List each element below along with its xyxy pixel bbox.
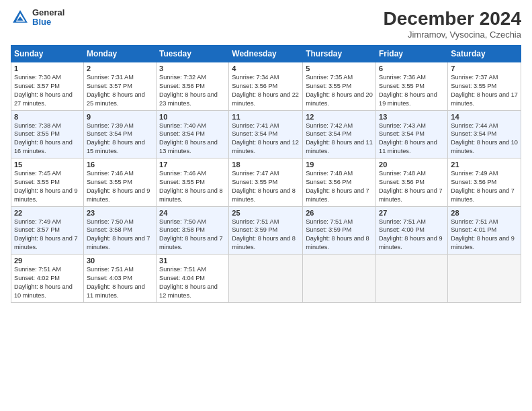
day-number: 27 [379,209,445,217]
day-number: 11 [232,113,300,121]
day-number: 22 [14,209,81,217]
day-number: 12 [306,113,373,121]
calendar-cell: 17Sunrise: 7:46 AMSunset: 3:55 PMDayligh… [157,158,229,207]
day-number: 2 [87,64,153,73]
day-info: Sunrise: 7:48 AMSunset: 3:56 PMDaylight:… [306,169,373,204]
day-number: 6 [379,64,445,73]
day-info: Sunrise: 7:51 AMSunset: 3:59 PMDaylight:… [306,218,373,253]
logo-blue: Blue [32,17,64,27]
col-tuesday: Tuesday [157,46,229,62]
day-info: Sunrise: 7:51 AMSunset: 4:03 PMDaylight:… [87,265,153,300]
day-info: Sunrise: 7:50 AMSunset: 3:58 PMDaylight:… [159,218,226,253]
day-number: 21 [451,161,518,169]
day-number: 31 [159,257,226,265]
day-info: Sunrise: 7:51 AMSunset: 4:02 PMDaylight:… [14,265,81,300]
day-info: Sunrise: 7:39 AMSunset: 3:54 PMDaylight:… [87,122,153,156]
day-info: Sunrise: 7:44 AMSunset: 3:54 PMDaylight:… [451,122,518,156]
calendar-cell: 5Sunrise: 7:35 AMSunset: 3:55 PMDaylight… [303,62,376,111]
day-number: 8 [14,113,81,121]
day-info: Sunrise: 7:32 AMSunset: 3:56 PMDaylight:… [159,73,226,108]
day-number: 7 [451,64,518,73]
calendar-cell: 31Sunrise: 7:51 AMSunset: 4:04 PMDayligh… [157,255,229,303]
calendar-cell: 4Sunrise: 7:34 AMSunset: 3:56 PMDaylight… [229,62,303,111]
calendar-cell: 18Sunrise: 7:47 AMSunset: 3:55 PMDayligh… [229,158,303,207]
calendar-cell: 26Sunrise: 7:51 AMSunset: 3:59 PMDayligh… [303,206,376,255]
calendar-cell: 6Sunrise: 7:36 AMSunset: 3:55 PMDaylight… [376,62,448,111]
day-info: Sunrise: 7:49 AMSunset: 3:57 PMDaylight:… [14,218,81,253]
day-info: Sunrise: 7:45 AMSunset: 3:55 PMDaylight:… [14,169,81,204]
col-wednesday: Wednesday [229,46,303,62]
day-number: 13 [379,113,445,121]
calendar-cell: 14Sunrise: 7:44 AMSunset: 3:54 PMDayligh… [448,110,521,158]
calendar-row: 15Sunrise: 7:45 AMSunset: 3:55 PMDayligh… [11,158,521,207]
calendar-cell [448,255,521,303]
calendar-cell: 13Sunrise: 7:43 AMSunset: 3:54 PMDayligh… [376,110,448,158]
day-number: 23 [87,209,153,217]
calendar-cell: 1Sunrise: 7:30 AMSunset: 3:57 PMDaylight… [11,62,84,111]
logo-text: General Blue [32,8,64,28]
day-number: 5 [306,64,373,73]
logo-icon [11,8,30,27]
calendar-cell: 2Sunrise: 7:31 AMSunset: 3:57 PMDaylight… [83,62,156,111]
day-info: Sunrise: 7:30 AMSunset: 3:57 PMDaylight:… [14,73,81,108]
calendar-cell [303,255,376,303]
calendar-cell: 8Sunrise: 7:38 AMSunset: 3:55 PMDaylight… [11,110,84,158]
day-number: 1 [14,64,81,73]
calendar-cell: 22Sunrise: 7:49 AMSunset: 3:57 PMDayligh… [11,206,84,255]
day-info: Sunrise: 7:51 AMSunset: 3:59 PMDaylight:… [232,218,300,253]
calendar-cell: 16Sunrise: 7:46 AMSunset: 3:55 PMDayligh… [83,158,156,207]
day-info: Sunrise: 7:38 AMSunset: 3:55 PMDaylight:… [14,122,81,156]
day-info: Sunrise: 7:46 AMSunset: 3:55 PMDaylight:… [87,169,153,204]
day-number: 3 [159,64,226,73]
calendar-cell: 11Sunrise: 7:41 AMSunset: 3:54 PMDayligh… [229,110,303,158]
day-number: 28 [451,209,518,217]
logo: General Blue [11,8,64,28]
calendar-cell: 3Sunrise: 7:32 AMSunset: 3:56 PMDaylight… [157,62,229,111]
day-info: Sunrise: 7:37 AMSunset: 3:55 PMDaylight:… [451,73,518,108]
calendar-cell [376,255,448,303]
col-monday: Monday [83,46,156,62]
title-block: December 2024 Jimramov, Vysocina, Czechi… [384,8,521,40]
calendar-row: 1Sunrise: 7:30 AMSunset: 3:57 PMDaylight… [11,62,521,111]
day-info: Sunrise: 7:42 AMSunset: 3:54 PMDaylight:… [306,122,373,156]
logo-general: General [32,8,64,17]
day-number: 26 [306,209,373,217]
day-info: Sunrise: 7:43 AMSunset: 3:54 PMDaylight:… [379,122,445,156]
header: General Blue December 2024 Jimramov, Vys… [11,8,521,40]
day-number: 29 [14,257,81,265]
calendar-cell: 23Sunrise: 7:50 AMSunset: 3:58 PMDayligh… [83,206,156,255]
day-number: 24 [159,209,226,217]
calendar-cell: 29Sunrise: 7:51 AMSunset: 4:02 PMDayligh… [11,255,84,303]
day-info: Sunrise: 7:35 AMSunset: 3:55 PMDaylight:… [306,73,373,108]
day-number: 9 [87,113,153,121]
calendar-cell: 27Sunrise: 7:51 AMSunset: 4:00 PMDayligh… [376,206,448,255]
day-number: 14 [451,113,518,121]
calendar-row: 22Sunrise: 7:49 AMSunset: 3:57 PMDayligh… [11,206,521,255]
day-number: 4 [232,64,300,73]
calendar-cell: 19Sunrise: 7:48 AMSunset: 3:56 PMDayligh… [303,158,376,207]
day-info: Sunrise: 7:48 AMSunset: 3:56 PMDaylight:… [379,169,445,204]
calendar-cell: 20Sunrise: 7:48 AMSunset: 3:56 PMDayligh… [376,158,448,207]
calendar-cell: 25Sunrise: 7:51 AMSunset: 3:59 PMDayligh… [229,206,303,255]
day-number: 30 [87,257,153,265]
calendar-cell: 9Sunrise: 7:39 AMSunset: 3:54 PMDaylight… [83,110,156,158]
calendar-cell: 10Sunrise: 7:40 AMSunset: 3:54 PMDayligh… [157,110,229,158]
day-info: Sunrise: 7:51 AMSunset: 4:01 PMDaylight:… [451,218,518,253]
day-number: 18 [232,161,300,169]
calendar-row: 8Sunrise: 7:38 AMSunset: 3:55 PMDaylight… [11,110,521,158]
calendar-cell: 30Sunrise: 7:51 AMSunset: 4:03 PMDayligh… [83,255,156,303]
calendar-cell: 7Sunrise: 7:37 AMSunset: 3:55 PMDaylight… [448,62,521,111]
calendar-cell [229,255,303,303]
location: Jimramov, Vysocina, Czechia [384,30,521,40]
calendar-cell: 28Sunrise: 7:51 AMSunset: 4:01 PMDayligh… [448,206,521,255]
day-info: Sunrise: 7:50 AMSunset: 3:58 PMDaylight:… [87,218,153,253]
month-title: December 2024 [384,8,521,30]
calendar-cell: 12Sunrise: 7:42 AMSunset: 3:54 PMDayligh… [303,110,376,158]
day-info: Sunrise: 7:49 AMSunset: 3:56 PMDaylight:… [451,169,518,204]
day-number: 25 [232,209,300,217]
day-info: Sunrise: 7:51 AMSunset: 4:04 PMDaylight:… [159,265,226,300]
calendar-cell: 24Sunrise: 7:50 AMSunset: 3:58 PMDayligh… [157,206,229,255]
day-number: 15 [14,161,81,169]
day-number: 20 [379,161,445,169]
day-info: Sunrise: 7:34 AMSunset: 3:56 PMDaylight:… [232,73,300,108]
